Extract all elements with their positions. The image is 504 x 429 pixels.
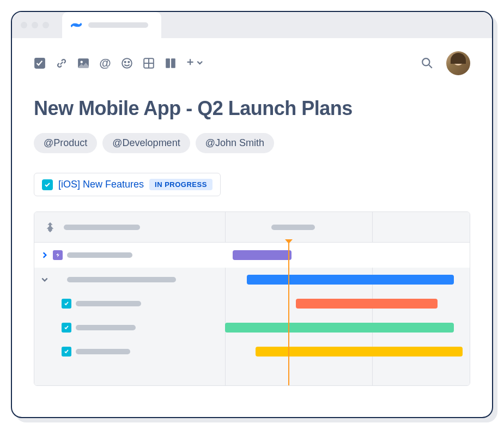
svg-point-5 — [128, 62, 129, 63]
roadmap-macro[interactable] — [34, 212, 470, 386]
task-icon — [62, 323, 71, 333]
titlebar — [12, 12, 492, 38]
chevron-down-icon[interactable] — [41, 276, 48, 283]
roadmap-row[interactable] — [34, 243, 470, 268]
task-icon — [62, 347, 71, 357]
timeline-label-placeholder — [271, 225, 315, 230]
roadmap-row[interactable] — [34, 340, 470, 364]
roadmap-row[interactable] — [34, 292, 470, 316]
image-button[interactable] — [77, 57, 89, 69]
svg-rect-9 — [166, 58, 170, 68]
header-right — [421, 51, 470, 75]
roadmap-header — [34, 212, 470, 243]
epic-icon — [53, 250, 63, 260]
task-icon — [62, 299, 71, 309]
close-window[interactable] — [21, 22, 27, 28]
epic-title-placeholder — [67, 277, 176, 282]
jira-logo-icon — [44, 221, 56, 233]
browser-tab[interactable] — [62, 12, 161, 38]
page-title: New Mobile App - Q2 Launch Plans — [34, 97, 470, 120]
window-controls — [21, 22, 49, 28]
today-line — [288, 243, 289, 385]
task-title-placeholder — [76, 325, 136, 330]
svg-rect-10 — [171, 58, 175, 68]
layout-button[interactable] — [165, 57, 177, 69]
tab-title-placeholder — [88, 22, 148, 28]
gantt-bar[interactable] — [256, 347, 463, 357]
insert-more-button[interactable] — [186, 57, 205, 69]
svg-point-13 — [422, 58, 429, 65]
roadmap-expanded-section — [34, 268, 470, 385]
confluence-logo-icon — [71, 20, 82, 31]
chevron-right-icon[interactable] — [41, 251, 48, 259]
svg-point-4 — [125, 62, 126, 63]
gantt-bar[interactable] — [225, 323, 454, 333]
gantt-bar[interactable] — [247, 275, 454, 285]
gantt-bar[interactable] — [296, 299, 438, 309]
action-item-button[interactable] — [34, 57, 46, 69]
status-badge: IN PROGRESS — [149, 179, 212, 190]
link-button[interactable] — [56, 57, 68, 69]
page-content: @ New Mobile Ap — [12, 38, 492, 417]
task-type-icon — [42, 179, 53, 190]
mentions-row: @Product @Development @John Smith — [34, 133, 470, 153]
svg-line-14 — [429, 65, 432, 68]
mention-pill[interactable]: @Product — [34, 133, 97, 153]
epic-title-placeholder — [67, 252, 132, 258]
maximize-window[interactable] — [42, 22, 49, 28]
toolbar-row: @ — [34, 51, 470, 75]
roadmap-title-placeholder — [64, 225, 140, 230]
table-button[interactable] — [143, 57, 155, 69]
roadmap-row[interactable] — [34, 316, 470, 340]
svg-point-3 — [122, 58, 132, 68]
gantt-bar[interactable] — [233, 250, 292, 260]
emoji-button[interactable] — [121, 57, 133, 69]
search-button[interactable] — [421, 57, 433, 69]
editor-toolbar: @ — [34, 57, 205, 69]
svg-point-2 — [81, 61, 83, 63]
task-title-placeholder — [76, 349, 130, 354]
task-title: [iOS] New Features — [58, 179, 144, 190]
jira-issue-card[interactable]: [iOS] New Features IN PROGRESS — [34, 173, 221, 196]
user-avatar[interactable] — [446, 51, 470, 75]
roadmap-row[interactable] — [34, 268, 470, 292]
task-title-placeholder — [76, 301, 141, 306]
minimize-window[interactable] — [32, 22, 38, 28]
mention-pill[interactable]: @Development — [102, 133, 190, 153]
app-window: @ New Mobile Ap — [11, 11, 493, 418]
mention-pill[interactable]: @John Smith — [196, 133, 274, 153]
mention-button[interactable]: @ — [99, 57, 111, 69]
